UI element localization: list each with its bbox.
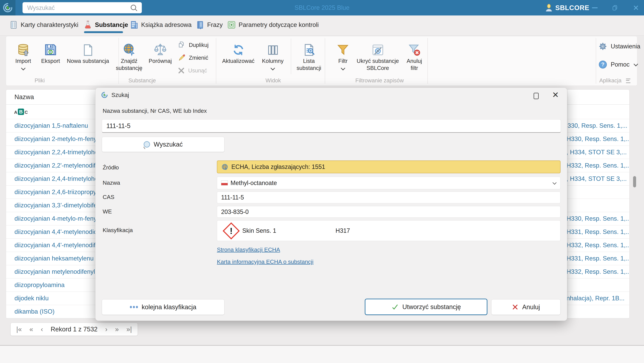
we-value: 203-835-0 (221, 208, 249, 216)
globe-search-icon (122, 38, 136, 58)
ustawienia-button[interactable]: Ustawienia (598, 41, 640, 52)
kolejna-klasyfikacja-button[interactable]: kolejna klasyfikacja (102, 299, 224, 315)
copy-pages-icon (178, 41, 186, 49)
dialog-maximize-button[interactable] (534, 93, 539, 99)
nowa-substancja-button[interactable]: Nowa substancja (66, 38, 110, 64)
cas-value: 111-11-5 (221, 194, 244, 201)
question-circle-icon: ? (598, 60, 607, 69)
tab-parametry-kontroli[interactable]: Parametry dotyczące kontroli (227, 16, 319, 34)
chevron-down-icon (341, 66, 345, 70)
aktualizowac-button[interactable]: Aktualizować (222, 38, 255, 64)
global-search-input[interactable] (27, 2, 130, 14)
wyszukac-label: Wyszukać (154, 141, 183, 148)
group-label-filtrowanie: Filtrowanie zapisów (346, 77, 413, 84)
dialog-logo-icon (101, 92, 108, 98)
first-record-button[interactable]: |« (16, 326, 22, 333)
control-target-icon (227, 20, 236, 29)
minimize-button[interactable] (587, 0, 602, 16)
search-icon[interactable] (131, 5, 136, 10)
eksport-label: Eksport (41, 58, 60, 64)
zmienic-button[interactable]: Zmienić (178, 52, 208, 63)
filtr-button[interactable]: Filtr (334, 38, 352, 70)
anuluj-button[interactable]: Anuluj (491, 299, 560, 315)
account-button[interactable]: SBLCORE (545, 0, 590, 16)
restore-button[interactable] (607, 0, 622, 16)
vertical-scrollbar-thumb[interactable] (633, 176, 636, 188)
klasyfikacja-label: Klasyfikacja (103, 227, 133, 234)
we-field[interactable]: 203-835-0 (217, 206, 560, 218)
echa-infocard-link[interactable]: Karta informacyjna ECHA o substancji (217, 258, 313, 265)
delete-x-icon (178, 67, 185, 74)
forward-button[interactable]: » (115, 326, 119, 333)
zrodlo-field[interactable]: ECHA, Liczba zgłaszających: 1551 (217, 160, 560, 173)
nazwa-dropdown[interactable]: Methyl-octanoate (217, 177, 560, 189)
tab-frazy[interactable]: Frazy (196, 16, 223, 34)
substance-name[interactable]: diizocyjanian metylenodifenylu (14, 268, 98, 275)
lista-substancji-label: Lista substancji (295, 58, 323, 72)
global-search-box[interactable] (22, 2, 142, 13)
porownaj-button[interactable]: Porównaj (146, 38, 175, 64)
pomoc-button[interactable]: ? Pomoc (598, 60, 638, 70)
chevron-down-icon (634, 62, 638, 66)
anuluj-filtr-label: Anuluj filtr (402, 58, 426, 72)
filter-funnel-icon (336, 38, 349, 58)
tab-karty-charakterystyki[interactable]: Karty charakterystyki (9, 16, 78, 34)
substance-name[interactable]: dijodek niklu (14, 295, 49, 302)
active-tab-indicator (84, 31, 123, 33)
phrase-book-icon (196, 20, 204, 29)
lista-substancji-button[interactable]: Lista substancji (295, 38, 323, 72)
group-menu-icon[interactable] (626, 79, 630, 83)
chevron-down-icon[interactable] (552, 180, 556, 184)
pencil-icon (178, 54, 186, 62)
utworzyc-substancje-button[interactable]: Utworzyć substancję (365, 299, 488, 315)
usunac-button[interactable]: Usunąć (178, 65, 207, 76)
ukryc-substancje-button[interactable]: Ukryć substancje SBLCore (356, 38, 400, 72)
kolejna-klasyfikacja-label: kolejna klasyfikacja (142, 304, 196, 311)
substance-name[interactable]: diizopropyloamina (14, 282, 64, 288)
ribbon: Import Eksport Pliki (6, 36, 637, 86)
znajdz-substancje-button[interactable]: Znajdź substancję (114, 38, 145, 72)
echa-classification-link[interactable]: Strona klasyfikacji ECHA (217, 246, 280, 253)
tab-label: Książka adresowa (141, 21, 192, 28)
building-icon (130, 20, 138, 29)
abc-filter-icon[interactable]: ABC (14, 108, 28, 115)
group-separator (428, 38, 428, 84)
classification-fragment: , H332, Resp. Sens. 1,... (563, 268, 629, 275)
kolumny-button[interactable]: Kolumny (257, 38, 288, 70)
minimize-icon (592, 8, 598, 8)
group-separator (216, 38, 216, 84)
previous-record-button[interactable]: ‹ (41, 326, 43, 333)
rewind-button[interactable]: « (30, 326, 33, 333)
anuluj-filtr-button[interactable]: Anuluj filtr (402, 38, 426, 72)
substance-search-input[interactable] (102, 119, 561, 133)
import-button[interactable]: Import (10, 38, 36, 70)
dialog-close-button[interactable]: ✕ (552, 90, 559, 100)
anuluj-label: Anuluj (522, 304, 540, 311)
group-label-widok: Widok (240, 77, 307, 84)
nowa-substancja-label: Nowa substancja (67, 58, 109, 64)
check-icon (391, 303, 399, 310)
wyszukac-button[interactable]: Wyszukać (102, 137, 224, 152)
substance-name[interactable]: diizocyjanian 2-metylo-m-fenylenu (14, 136, 108, 142)
substance-name[interactable]: dikamba (ISO) (14, 308, 54, 315)
hide-eye-window-icon (371, 38, 384, 58)
zrodlo-label: Źródło (103, 164, 119, 171)
close-icon: ✕ (633, 4, 639, 12)
datasheet-icon (9, 20, 18, 29)
substance-name[interactable]: diizocyjanian 4-metylo-m-fenylenu (14, 215, 108, 222)
next-record-button[interactable]: › (105, 326, 107, 333)
tab-ksiazka-adresowa[interactable]: Książka adresowa (130, 16, 192, 34)
substance-name[interactable]: diizocyjanian heksametylenu (14, 255, 94, 262)
cas-field[interactable]: 111-11-5 (217, 192, 560, 203)
chevron-down-icon (21, 66, 26, 70)
substance-name[interactable]: diizocyjanian 1,5-naftalenu (14, 122, 88, 129)
klasyfikacja-field: ! Skin Sens. 1 H317 (217, 220, 560, 241)
eksport-button[interactable]: Eksport (36, 38, 65, 64)
duplikuj-button[interactable]: Duplikuj (178, 40, 208, 50)
close-button[interactable]: ✕ (628, 0, 644, 16)
gear-icon (598, 42, 607, 51)
flask-icon (84, 20, 92, 29)
last-record-button[interactable]: »| (126, 326, 132, 333)
globe-icon (221, 163, 228, 170)
usunac-label: Usunąć (188, 68, 207, 74)
